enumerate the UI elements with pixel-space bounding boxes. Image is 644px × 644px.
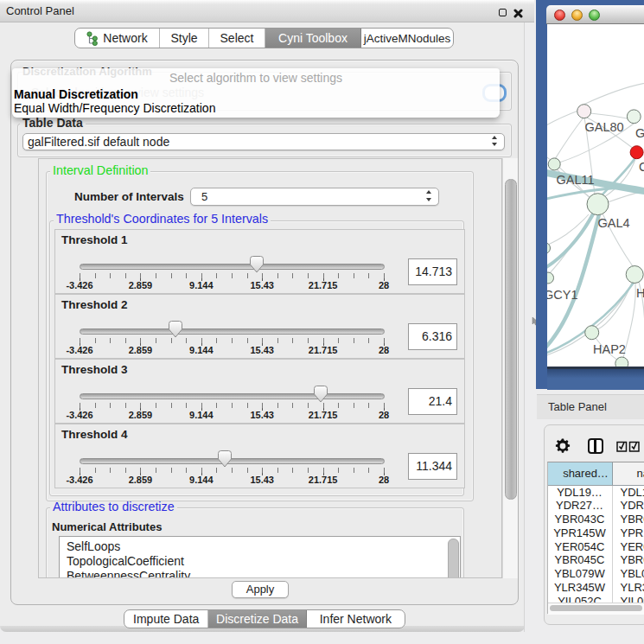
svg-text:GA: GA [635, 126, 644, 140]
svg-text:GAL11: GAL11 [556, 173, 594, 187]
svg-text:GAL80: GAL80 [584, 120, 623, 134]
svg-text:HAP2: HAP2 [593, 342, 626, 356]
svg-text:H: H [635, 286, 644, 300]
svg-text:C: C [639, 160, 644, 174]
svg-text:GCY1: GCY1 [547, 288, 578, 302]
svg-text:GAL4: GAL4 [597, 216, 629, 230]
